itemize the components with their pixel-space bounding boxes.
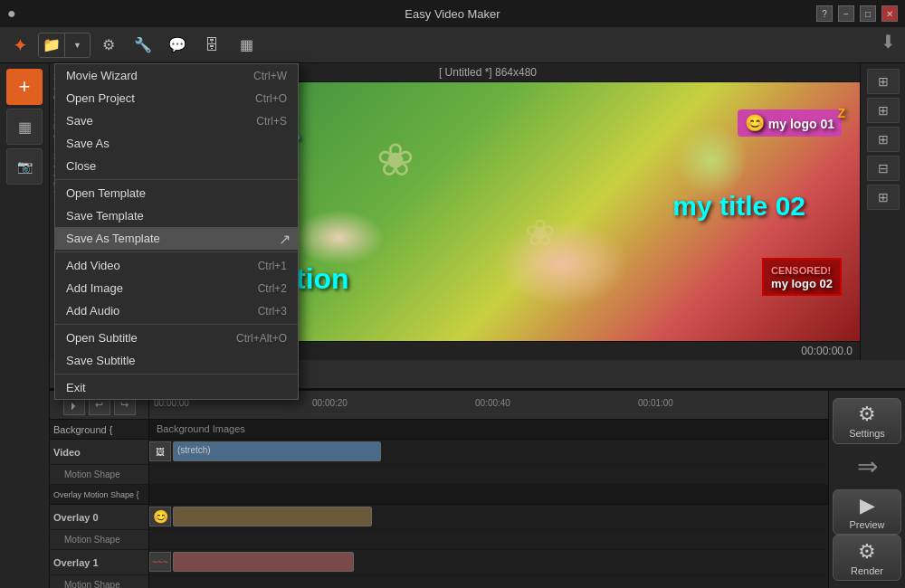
timeline-area: 00:00:00 00:00:20 00:00:40 00:01:00 Back… <box>149 391 828 588</box>
timeline-labels: ⏵ ↩ ↪ Background { Video Motion Shape Ov… <box>50 391 149 588</box>
flower-decoration-2: ❀ <box>376 134 414 186</box>
help-btn[interactable]: ? <box>816 5 833 22</box>
overlay0-thumb: 😊 <box>149 507 171 526</box>
menu-item-open-template[interactable]: Open Template <box>55 182 298 204</box>
layout-icon-2[interactable]: ⊞ <box>867 98 900 123</box>
menu-separator-2 <box>55 251 298 252</box>
right-action-panel: ⚙ Settings ⇒ ▶ Preview ⚙ Render <box>828 391 905 588</box>
menu-item-exit[interactable]: Exit <box>55 376 298 399</box>
menu-item-save-as[interactable]: Save As <box>55 132 298 155</box>
file-dropdown-menu: Movie Wizard Ctrl+W Open Project Ctrl+O … <box>54 63 299 400</box>
menu-item-save-as-template[interactable]: Save As Template ↗ <box>55 227 298 250</box>
time-20: 00:00:20 <box>312 398 348 408</box>
bg-images-label: Background Images <box>149 420 828 438</box>
app-title: Easy Video Maker <box>405 7 500 21</box>
settings-action-btn[interactable]: ⚙ Settings <box>833 398 901 444</box>
grid-btn[interactable]: ▦ <box>230 31 262 60</box>
time-60: 00:01:00 <box>638 398 673 408</box>
flower-decoration-3: ❀ <box>525 212 556 253</box>
gear-big-icon: ⚙ <box>858 403 876 426</box>
time-40: 00:00:40 <box>475 398 510 408</box>
menu-item-close[interactable]: Close <box>55 155 298 177</box>
track-row-overlay1-motion <box>149 575 828 588</box>
cursor-arrow: ↗ <box>279 230 291 247</box>
preview-action-btn[interactable]: ▶ Preview <box>833 489 901 536</box>
tools-btn[interactable]: 🔧 <box>127 31 159 60</box>
track-label-overlay1: Overlay 1 <box>50 550 148 575</box>
db-btn[interactable]: 🗄 <box>195 31 228 60</box>
layout-icon-3[interactable]: ⊞ <box>867 127 900 152</box>
menu-item-add-video[interactable]: Add Video Ctrl+1 <box>55 254 298 277</box>
track-sublabel-overlay1-motion: Motion Shape <box>50 575 148 588</box>
download-icon: ⬇ <box>881 31 896 52</box>
track-row-overlay0[interactable]: 😊 <box>149 505 828 530</box>
timeline-tracks: Background Images 🖼 (stretch) <box>149 420 828 588</box>
video-logo-2: CENSORED! my logo 02 <box>762 258 842 296</box>
track-row-video[interactable]: 🖼 (stretch) <box>149 440 828 465</box>
overlay0-clip[interactable] <box>173 507 372 526</box>
track-label-overlay0: Overlay 0 <box>50 505 148 530</box>
menu-item-add-image[interactable]: Add Image Ctrl+2 <box>55 277 298 299</box>
video-logo-1: 😊 my logo 01 Z <box>738 109 842 137</box>
chat-btn[interactable]: 💬 <box>161 31 194 60</box>
menu-item-movie-wizard[interactable]: Movie Wizard Ctrl+W <box>55 64 298 87</box>
settings-btn[interactable]: ⚙ <box>92 31 125 60</box>
render-icon: ⚙ <box>858 540 876 564</box>
bottom-section: ⏵ ↩ ↪ Background { Video Motion Shape Ov… <box>50 389 905 588</box>
right-sidebar: ⊞ ⊞ ⊞ ⊟ ⊞ <box>860 63 905 360</box>
sidebar-icon-camera[interactable]: 📷 <box>6 148 43 185</box>
track-section-overlay-row <box>149 485 828 505</box>
menu-separator-1 <box>55 179 298 180</box>
menu-item-save[interactable]: Save Ctrl+S <box>55 109 298 132</box>
left-sidebar: + ▦ 📷 <box>0 63 50 588</box>
layout-icon-1[interactable]: ⊞ <box>867 69 900 94</box>
overlay1-clip[interactable] <box>173 552 354 572</box>
minimize-btn[interactable]: − <box>838 5 854 22</box>
main-toolbar: ✦ 📁 ▼ ⚙ 🔧 💬 🗄 ▦ ⬇ Movie Wizard Ctrl+W Op… <box>0 27 905 63</box>
file-btn-group: 📁 ▼ <box>38 33 90 58</box>
arrow-right-icon: ⇒ <box>857 451 878 481</box>
menu-separator-3 <box>55 324 298 325</box>
maximize-btn[interactable]: □ <box>860 5 876 22</box>
track-row-video-motion <box>149 465 828 485</box>
arrow-right-btn[interactable]: ⇒ <box>833 444 901 489</box>
track-row-overlay1[interactable]: ~~~ <box>149 550 828 575</box>
video-title-2: my title 02 <box>672 191 805 222</box>
track-section-bg-row: Background Images <box>149 420 828 440</box>
play-icon: ▶ <box>860 494 875 517</box>
open-folder-btn[interactable]: 📁 <box>39 33 64 58</box>
new-btn[interactable]: ✦ <box>4 31 36 60</box>
sidebar-icon-media[interactable]: ▦ <box>6 109 43 145</box>
menu-item-save-subtitle[interactable]: Save Subtitle <box>55 349 298 372</box>
track-row-overlay0-motion <box>149 530 828 550</box>
app-icon: ● <box>7 5 16 22</box>
menu-item-open-subtitle[interactable]: Open Subtitle Ctrl+Alt+O <box>55 327 298 349</box>
folder-dropdown-btn[interactable]: ▼ <box>64 33 90 58</box>
video-clip[interactable]: (stretch) <box>173 441 381 461</box>
menu-item-add-audio[interactable]: Add Audio Ctrl+3 <box>55 299 298 322</box>
menu-item-save-template[interactable]: Save Template <box>55 204 298 227</box>
window-controls: ? − □ ✕ <box>816 5 898 22</box>
overlay1-thumb: ~~~ <box>149 552 171 572</box>
sidebar-icon-new[interactable]: + <box>6 69 43 105</box>
render-action-btn[interactable]: ⚙ Render <box>833 535 901 581</box>
layout-icon-4[interactable]: ⊟ <box>867 156 900 181</box>
close-btn[interactable]: ✕ <box>881 5 898 22</box>
track-label-video: Video <box>50 440 148 465</box>
video-thumb: 🖼 <box>149 441 171 461</box>
track-section-overlay: Overlay Motion Shape { <box>50 485 148 505</box>
track-sublabel-overlay0-motion: Motion Shape <box>50 530 148 550</box>
menu-item-open-project[interactable]: Open Project Ctrl+O <box>55 87 298 109</box>
titlebar: ● Easy Video Maker ? − □ ✕ <box>0 0 905 27</box>
layout-icon-5[interactable]: ⊞ <box>867 185 900 210</box>
track-sublabel-video-motion: Motion Shape <box>50 465 148 485</box>
menu-separator-4 <box>55 374 298 375</box>
track-section-background: Background { <box>50 420 148 440</box>
timecode: 00:00:00.0 <box>801 345 853 357</box>
